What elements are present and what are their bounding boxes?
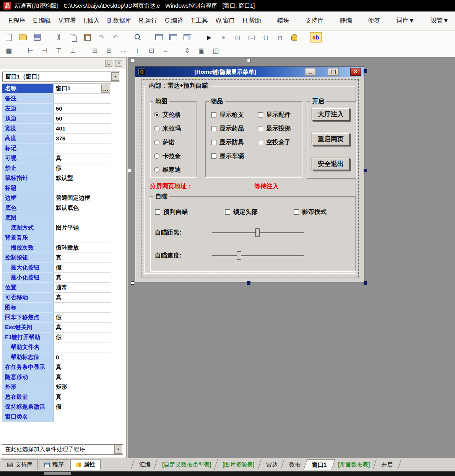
property-value[interactable]: 图片平铺 xyxy=(54,223,111,233)
property-row[interactable]: 底图方式 图片平铺 xyxy=(2,223,111,233)
step-over-icon[interactable] xyxy=(246,32,257,42)
copy-icon[interactable] xyxy=(67,32,79,42)
property-value[interactable]: 真 xyxy=(54,273,111,283)
designed-form[interactable]: [Home键/隐藏显示菜单] 内部：雷达+预判自瞄 地图 艾伦格 xyxy=(135,66,364,282)
property-value[interactable]: 真 xyxy=(54,153,111,163)
property-value[interactable]: 50 xyxy=(54,114,111,124)
property-value[interactable]: 假 xyxy=(54,263,111,273)
menu-item[interactable]: 模块 xyxy=(273,14,293,28)
property-value[interactable]: 50 xyxy=(54,104,111,114)
window-layout-3-icon[interactable] xyxy=(182,32,193,42)
selection-handle[interactable] xyxy=(131,281,134,285)
selection-handle[interactable] xyxy=(364,281,367,285)
property-row[interactable]: 最大化按钮 假 xyxy=(2,263,111,273)
property-value[interactable]: 0 xyxy=(54,352,111,362)
form-titlebar[interactable]: [Home键/隐藏显示菜单] xyxy=(135,67,364,77)
ime-tool-icon[interactable] xyxy=(310,32,322,42)
property-row[interactable]: 背景音乐 xyxy=(2,233,111,243)
panel-close-button[interactable]: × xyxy=(115,60,122,67)
new-file-icon[interactable] xyxy=(3,32,15,42)
align-left-icon[interactable] xyxy=(25,46,36,55)
property-row[interactable]: 在任务条中显示 真 xyxy=(2,362,111,372)
item-checkbox-option[interactable]: 显示药品 xyxy=(211,124,244,133)
center-vertical-icon[interactable] xyxy=(103,46,115,55)
property-value[interactable]: 循环播放 xyxy=(54,243,111,253)
property-value[interactable]: 通常 xyxy=(54,283,111,293)
property-row[interactable]: 最小化按钮 真 xyxy=(2,273,111,283)
aim-checkbox-option[interactable]: 影帝模式 xyxy=(294,207,327,217)
property-row[interactable]: 随意移动 真 xyxy=(2,372,111,382)
radio-icon[interactable] xyxy=(154,153,159,159)
checkbox-icon[interactable] xyxy=(211,126,216,131)
align-bottom-icon[interactable] xyxy=(67,46,79,55)
property-value[interactable]: 普通固定边框 xyxy=(54,193,111,203)
item-checkbox-option[interactable]: 空投盒子 xyxy=(258,138,291,147)
property-row[interactable]: 底色 默认底色 xyxy=(2,203,111,213)
menu-item[interactable]: C.编译 xyxy=(161,14,187,28)
menu-item[interactable]: 设置▼ xyxy=(427,14,453,28)
property-value[interactable] xyxy=(54,233,111,243)
size-to-grid-icon[interactable] xyxy=(196,46,207,55)
property-row[interactable]: 高度 376 xyxy=(2,134,111,143)
document-tab[interactable]: [常量数据表] xyxy=(329,459,379,470)
chevron-down-icon[interactable] xyxy=(114,445,122,454)
same-width-icon[interactable] xyxy=(117,46,129,55)
menu-item[interactable]: 便签 xyxy=(364,14,384,28)
find-icon[interactable] xyxy=(132,32,143,42)
property-row[interactable]: 标记 xyxy=(2,143,111,153)
menu-item[interactable]: F.程序 xyxy=(5,14,29,28)
property-value[interactable]: 窗口1 xyxy=(54,84,111,94)
space-vertical-icon[interactable] xyxy=(182,46,193,55)
panel-float-button[interactable]: □ xyxy=(105,60,112,67)
checkbox-icon[interactable] xyxy=(258,112,263,117)
menu-item[interactable]: 支持库 xyxy=(301,14,327,28)
checkbox-icon[interactable] xyxy=(155,209,160,215)
stop-icon[interactable] xyxy=(218,32,229,42)
property-value[interactable]: 矩形 xyxy=(54,382,111,392)
checkbox-icon[interactable] xyxy=(225,209,230,215)
run-icon[interactable] xyxy=(203,32,215,42)
map-radio-option[interactable]: 艾伦格 xyxy=(154,110,196,119)
map-radio-option[interactable]: 卡拉金 xyxy=(154,152,196,161)
property-row[interactable]: Esc键关闭 真 xyxy=(2,323,111,333)
property-value[interactable]: 假 xyxy=(54,163,111,173)
property-row[interactable]: 保持标题条激活 假 xyxy=(2,402,111,412)
aim-checkbox-option[interactable]: 锁定头部 xyxy=(225,207,294,217)
property-row[interactable]: 宽度 401 xyxy=(2,124,111,134)
form-button[interactable]: 重启网页 xyxy=(312,133,350,145)
checkbox-icon[interactable] xyxy=(258,140,263,145)
event-selector[interactable]: 在此处选择加入事件处理子程序 xyxy=(2,444,123,455)
property-value[interactable] xyxy=(54,213,111,223)
checkbox-icon[interactable] xyxy=(258,126,263,131)
selection-handle[interactable] xyxy=(364,169,367,172)
property-row[interactable]: 名称 窗口1 xyxy=(2,84,111,94)
form-close-button[interactable] xyxy=(350,68,361,76)
slider-thumb[interactable] xyxy=(237,251,241,260)
tab-properties[interactable]: 属性 xyxy=(70,459,101,470)
tab-program[interactable]: 程序 xyxy=(39,459,69,470)
property-row[interactable]: 外形 矩形 xyxy=(2,382,111,392)
property-value[interactable]: 假 xyxy=(54,333,111,342)
property-row[interactable]: 鼠标指针 默认型 xyxy=(2,173,111,183)
aim-checkbox-option[interactable]: 预判自瞄 xyxy=(155,207,225,217)
form-grid-icon[interactable] xyxy=(3,46,15,55)
form-maximize-button[interactable] xyxy=(328,68,339,76)
menu-item[interactable]: I.插入 xyxy=(80,14,103,28)
property-value[interactable]: 真 xyxy=(54,253,111,263)
form-minimize-button[interactable] xyxy=(305,68,316,76)
pause-hand-icon[interactable] xyxy=(288,32,300,42)
document-tab[interactable]: 窗口1 xyxy=(303,459,335,470)
same-size-icon[interactable] xyxy=(146,46,157,55)
property-row[interactable]: 边框 普通固定边框 xyxy=(2,193,111,203)
property-value[interactable] xyxy=(54,94,111,104)
property-row[interactable]: 标题 xyxy=(2,183,111,193)
radio-icon[interactable] xyxy=(154,167,159,173)
tab-support-libraries[interactable]: 支持库 xyxy=(2,459,38,470)
menu-item[interactable]: B.数据库 xyxy=(103,14,135,28)
property-row[interactable]: 位置 通常 xyxy=(2,283,111,293)
menu-item[interactable]: W.窗口 xyxy=(212,14,239,28)
property-value[interactable]: 默认底色 xyxy=(54,203,111,213)
property-row[interactable]: 底图 xyxy=(2,213,111,223)
menu-item[interactable]: 词库▼ xyxy=(392,14,418,28)
open-file-icon[interactable] xyxy=(17,32,29,42)
